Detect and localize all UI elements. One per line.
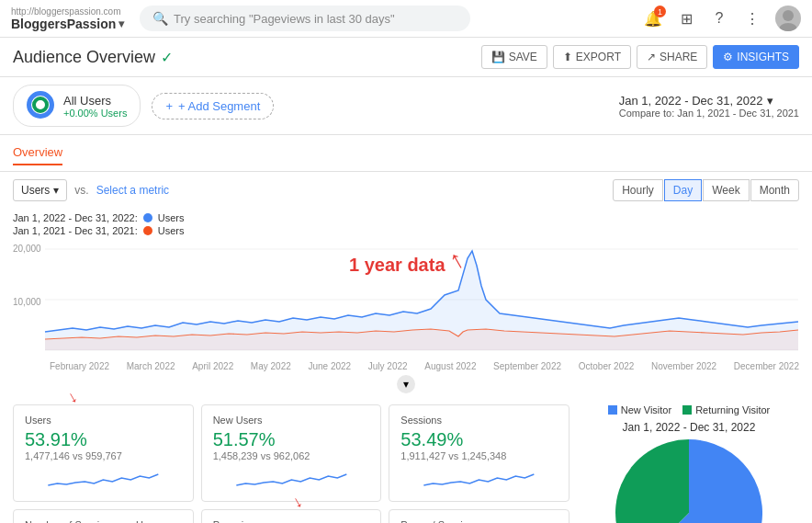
insights-icon: ⚙	[723, 51, 733, 63]
sub-header: Audience Overview ✓ 💾 SAVE ⬆ EXPORT ↗ SH…	[0, 38, 812, 77]
chart-controls: Users ▾ vs. Select a metric Hourly Day W…	[0, 172, 812, 209]
metric-card-new-users: New Users 51.57% 1,458,239 vs 962,062	[201, 404, 382, 502]
add-icon: +	[165, 99, 173, 113]
metric-title-new-users: New Users	[213, 415, 370, 426]
svg-point-1	[779, 23, 797, 31]
tab-overview[interactable]: Overview	[13, 141, 62, 165]
time-btn-week[interactable]: Week	[703, 179, 749, 201]
time-btn-hourly[interactable]: Hourly	[613, 179, 663, 201]
legend-item-1: Jan 1, 2022 - Dec 31, 2022: Users	[13, 212, 799, 223]
legend-type-1: Users	[158, 212, 185, 223]
chart-expand-button[interactable]: ▾	[397, 375, 415, 393]
metric-title-pageviews: Pageviews	[213, 519, 370, 523]
new-visitor-dot	[608, 405, 617, 415]
segment-info: All Users +0.00% Users	[63, 94, 127, 119]
select-metric-link[interactable]: Select a metric	[96, 184, 169, 197]
legend-dot-2	[143, 226, 152, 235]
header-actions: 💾 SAVE ⬆ EXPORT ↗ SHARE ⚙ INSIGHTS	[481, 45, 799, 69]
pie-legend-returning: Returning Visitor	[682, 404, 770, 415]
metric-title-sessions: Sessions	[400, 415, 558, 426]
pie-svg	[615, 439, 762, 523]
returning-visitor-dot	[682, 405, 692, 415]
verified-icon: ✓	[161, 49, 173, 66]
apps-icon[interactable]: ⊞	[676, 8, 696, 28]
top-nav: http://bloggerspassion.com BloggersPassi…	[0, 0, 812, 38]
chart-with-ylabels: 20,000 10,000	[13, 240, 799, 359]
main-chart	[45, 240, 798, 359]
metric-sub-new-users: 1,458,239 vs 962,062	[213, 450, 370, 461]
metric-sparkline-users	[25, 467, 182, 493]
site-info: http://bloggerspassion.com BloggersPassi…	[11, 6, 130, 31]
metric-card-users: ↑ Users 53.91% 1,477,146 vs 959,767	[13, 404, 194, 502]
time-btn-month[interactable]: Month	[750, 179, 799, 201]
metric-value-users: 53.91%	[25, 429, 182, 450]
date-range: Jan 1, 2022 - Dec 31, 2022 ▾ Compare to:…	[619, 94, 799, 119]
save-icon: 💾	[491, 51, 505, 63]
help-icon[interactable]: ?	[709, 8, 729, 28]
vs-label: vs.	[74, 184, 88, 197]
metric-sub-sessions: 1,911,427 vs 1,245,348	[400, 450, 558, 461]
add-segment[interactable]: + + Add Segment	[152, 93, 274, 119]
y-labels: 20,000 10,000	[13, 240, 41, 350]
export-icon: ⬆	[563, 51, 572, 63]
legend-date-2: Jan 1, 2021 - Dec 31, 2021:	[13, 225, 138, 236]
metric-dropdown[interactable]: Users ▾	[13, 179, 67, 201]
metrics-section: ↑ Users 53.91% 1,477,146 vs 959,767 New …	[0, 397, 812, 523]
chart-legend: Jan 1, 2022 - Dec 31, 2022: Users Jan 1,…	[0, 209, 812, 236]
pie-section: New Visitor Returning Visitor Jan 1, 202…	[579, 404, 799, 523]
metric-card-sessions-per-user: Number of Sessions per User -0.27% 1.29 …	[13, 509, 194, 523]
page-title: Audience Overview ✓	[13, 48, 173, 67]
insights-button[interactable]: ⚙ INSIGHTS	[713, 45, 799, 69]
search-icon: 🔍	[152, 11, 168, 26]
metric-sparkline-sessions	[400, 467, 558, 493]
time-buttons: Hourly Day Week Month	[613, 179, 799, 201]
notification-badge: 1	[654, 6, 666, 17]
metric-title-sessions-per-user: Number of Sessions per User	[25, 519, 182, 523]
share-button[interactable]: ↗ SHARE	[637, 45, 707, 69]
more-icon[interactable]: ⋮	[742, 8, 762, 28]
chart-container: 1 year data ↑ 20,000 10,000	[0, 236, 812, 359]
pie-chart	[579, 439, 799, 523]
site-url: http://bloggerspassion.com	[11, 6, 130, 17]
legend-dot-1	[143, 213, 152, 222]
overview-tab-bar: Overview	[0, 135, 812, 172]
site-name[interactable]: BloggersPassion ▾	[11, 17, 130, 31]
metrics-grid: ↑ Users 53.91% 1,477,146 vs 959,767 New …	[13, 404, 570, 523]
metric-sub-users: 1,477,146 vs 959,767	[25, 450, 182, 461]
time-btn-day[interactable]: Day	[664, 179, 702, 201]
segments-bar: All Users +0.00% Users + + Add Segment J…	[0, 77, 812, 135]
share-icon: ↗	[647, 51, 656, 63]
svg-point-0	[783, 10, 794, 21]
metric-value-sessions: 53.49%	[400, 429, 558, 450]
pie-legend: New Visitor Returning Visitor	[579, 404, 799, 415]
chart-toggle: ▾	[0, 375, 812, 393]
metrics-grid-container: ↑ Users 53.91% 1,477,146 vs 959,767 New …	[13, 404, 570, 523]
metric-card-sessions: Sessions 53.49% 1,911,427 vs 1,245,348	[389, 404, 570, 502]
export-button[interactable]: ⬆ EXPORT	[553, 45, 631, 69]
date-range-compare: Compare to: Jan 1, 2021 - Dec 31, 2021	[619, 108, 799, 119]
save-button[interactable]: 💾 SAVE	[481, 45, 547, 69]
notification-icon[interactable]: 🔔 1	[643, 8, 663, 28]
legend-date-1: Jan 1, 2022 - Dec 31, 2022:	[13, 212, 138, 223]
legend-item-2: Jan 1, 2021 - Dec 31, 2021: Users	[13, 225, 799, 236]
segment-rings	[27, 91, 56, 120]
chevron-down-icon[interactable]: ▾	[767, 94, 773, 108]
metric-title-pages-session: Pages / Session	[400, 519, 558, 523]
date-range-main[interactable]: Jan 1, 2022 - Dec 31, 2022 ▾	[619, 94, 799, 108]
metric-sparkline-new-users	[213, 467, 370, 493]
ring-inner	[32, 97, 49, 113]
search-bar[interactable]: 🔍 Try searching "Pageviews in last 30 da…	[140, 6, 470, 31]
pie-title: Jan 1, 2022 - Dec 31, 2022	[579, 421, 799, 434]
legend-type-2: Users	[158, 225, 185, 236]
pie-legend-new: New Visitor	[608, 404, 671, 415]
avatar[interactable]	[775, 6, 801, 31]
metric-title-users: Users	[25, 415, 182, 426]
all-users-segment[interactable]: All Users +0.00% Users	[13, 85, 141, 127]
x-labels: February 2022 March 2022 April 2022 May …	[0, 359, 812, 371]
metric-value-new-users: 51.57%	[213, 429, 370, 450]
dropdown-arrow-icon: ▾	[53, 184, 59, 197]
nav-icons: 🔔 1 ⊞ ? ⋮	[643, 6, 801, 31]
metric-card-pageviews: ↑ Pageviews 55.45% 2,641,766 vs 1,699,40…	[201, 509, 382, 523]
metric-card-pages-session: Pages / Session 1.28% 1.38 vs 1.36	[389, 509, 570, 523]
dropdown-icon[interactable]: ▾	[118, 17, 124, 30]
